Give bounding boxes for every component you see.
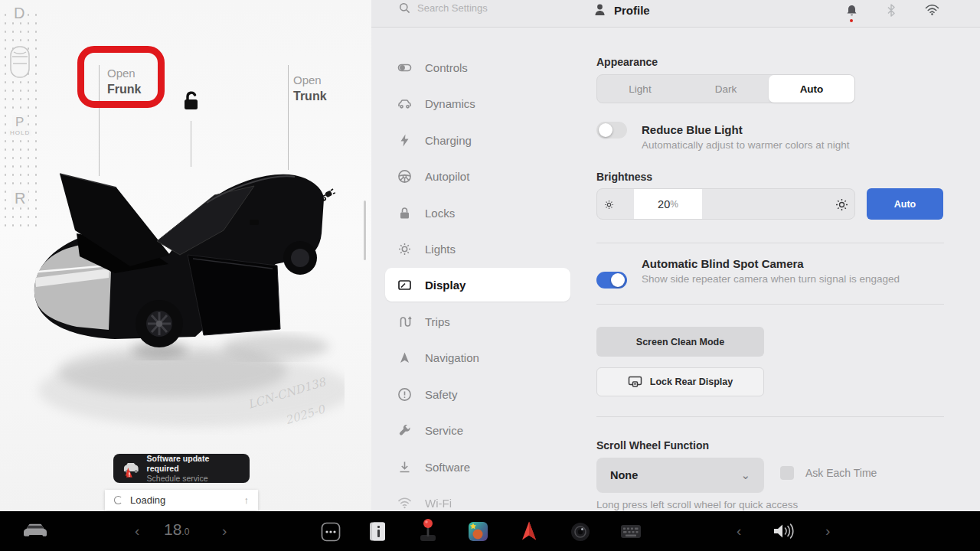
toast-subtitle: Schedule service [147, 474, 242, 484]
vehicle-topview-icon [9, 44, 31, 80]
page-title[interactable]: Profile [614, 4, 650, 17]
sidebar-item-charging[interactable]: Charging [385, 123, 570, 157]
car-icon [397, 96, 412, 111]
sidebar-item-label: Dynamics [425, 97, 475, 110]
trunk-callout-line [288, 65, 289, 170]
ask-each-time-label: Ask Each Time [805, 467, 877, 479]
temperature-decimal: .0 [181, 527, 189, 537]
sidebar-item-label: Service [425, 424, 463, 437]
bluetooth-icon[interactable] [887, 4, 896, 17]
sidebar-item-label: Trips [425, 315, 450, 328]
lock-icon [397, 206, 412, 220]
sidebar-item-navigation[interactable]: Navigation [385, 341, 570, 374]
temp-increase-chevron[interactable]: › [222, 523, 227, 540]
open-frunk-label-frunk: Frunk [107, 81, 141, 97]
gear-park-hold-label: HOLD [8, 129, 31, 136]
volume-icon[interactable] [772, 522, 795, 540]
ask-each-time-checkbox[interactable] [780, 466, 794, 480]
sidebar-item-label: Lights [425, 243, 456, 256]
media-next-chevron[interactable]: › [825, 523, 830, 540]
brightness-slider[interactable]: 20% [596, 188, 855, 220]
lock-rear-display-button[interactable]: Lock Rear Display [596, 367, 764, 396]
sidebar-item-service[interactable]: Service [385, 413, 570, 447]
sidebar-item-dynamics[interactable]: Dynamics [385, 86, 570, 120]
vehicle-app-icon[interactable] [21, 521, 49, 541]
notifications-bell-icon[interactable] [846, 5, 858, 17]
gear-indicator-park[interactable]: P [12, 115, 27, 130]
route-icon [397, 315, 412, 329]
blind-spot-camera-toggle[interactable] [596, 272, 627, 289]
open-trunk-label-trunk: Trunk [293, 88, 327, 104]
loading-spinner-icon [114, 496, 122, 504]
appearance-segmented-control: Light Dark Auto [596, 74, 855, 103]
reduce-blue-light-description: Automatically adjust to warmer colors at… [642, 139, 850, 151]
reduce-blue-light-toggle[interactable] [596, 122, 627, 139]
lock-rear-display-label: Lock Rear Display [650, 377, 733, 387]
screen-clean-mode-button[interactable]: Screen Clean Mode [596, 327, 764, 357]
brightness-label: Brightness [596, 171, 652, 183]
temperature-display[interactable]: 18.0 [164, 520, 189, 539]
section-divider [596, 416, 944, 417]
keyboard-app-icon[interactable] [620, 524, 642, 539]
bolt-icon [397, 133, 412, 148]
sidebar-item-label: Autopilot [425, 170, 469, 183]
wifi-icon[interactable] [925, 5, 939, 15]
appearance-option-dark[interactable]: Dark [683, 75, 769, 103]
brightness-low-icon [604, 200, 614, 210]
tesla-ui: D P HOLD R Open Frunk Open Trunk [0, 0, 980, 551]
temp-decrease-chevron[interactable]: ‹ [135, 523, 139, 540]
settings-header: Search Settings Profile [371, 0, 980, 28]
sidebar-item-label: Charging [425, 134, 472, 147]
open-trunk-button[interactable]: Open Trunk [293, 73, 327, 104]
brightness-auto-button[interactable]: Auto [867, 188, 943, 220]
loading-label: Loading [130, 494, 237, 506]
camera-app-icon[interactable] [570, 522, 590, 542]
brightness-unit: % [670, 199, 678, 210]
sidebar-item-locks[interactable]: Locks [385, 196, 570, 230]
open-frunk-button[interactable]: Open Frunk [107, 66, 141, 97]
reduce-blue-light-title: Reduce Blue Light [642, 123, 743, 136]
sidebar-item-safety[interactable]: Safety [385, 377, 570, 411]
panel-scrollbar[interactable] [364, 201, 366, 260]
appearance-option-light[interactable]: Light [597, 75, 683, 103]
appearance-label: Appearance [596, 56, 658, 68]
scroll-wheel-function-label: Scroll Wheel Function [596, 439, 709, 452]
appearance-option-auto[interactable]: Auto [769, 75, 854, 103]
sidebar-item-trips[interactable]: Trips [385, 305, 570, 338]
sidebar-item-label: Controls [425, 61, 468, 74]
chevron-down-icon: ⌄ [740, 468, 750, 482]
display-icon [397, 278, 412, 292]
download-icon [397, 460, 412, 474]
sidebar-item-controls[interactable]: Controls [385, 51, 570, 84]
nav-arrow-icon [397, 350, 412, 365]
gear-indicator-drive[interactable]: D [11, 5, 28, 22]
sidebar-item-lights[interactable]: Lights [385, 232, 570, 266]
app-launcher-icon[interactable] [321, 522, 341, 542]
collapse-arrow-icon[interactable]: ↑ [244, 494, 250, 506]
brightness-value-pill: 20% [634, 189, 702, 219]
owners-manual-icon[interactable] [368, 521, 387, 542]
taskbar: ‹ 18.0 › [0, 511, 980, 551]
brightness-high-icon [835, 198, 848, 211]
navigation-app-icon[interactable] [520, 520, 538, 542]
alert-circle-icon [397, 387, 412, 402]
unlock-icon[interactable] [177, 90, 203, 116]
sidebar-item-label: Safety [425, 388, 458, 401]
search-icon [399, 2, 410, 14]
car-alert-icon [121, 458, 141, 478]
game-app-icon[interactable] [468, 521, 488, 542]
sun-icon [397, 242, 412, 256]
search-input[interactable]: Search Settings [417, 2, 488, 14]
media-previous-chevron[interactable]: ‹ [737, 523, 741, 540]
sidebar-item-label: Wi-Fi [425, 497, 452, 510]
arcade-joystick-icon[interactable] [417, 518, 439, 543]
software-update-toast[interactable]: Software update required Schedule servic… [113, 454, 250, 483]
profile-icon [593, 3, 606, 16]
sidebar-item-software[interactable]: Software [385, 450, 570, 484]
temperature-value: 18 [164, 520, 181, 538]
sidebar-item-autopilot[interactable]: Autopilot [385, 159, 570, 193]
scroll-wheel-dropdown[interactable]: None ⌄ [596, 458, 764, 493]
sidebar-item-label: Display [425, 279, 466, 292]
sidebar-item-display[interactable]: Display [385, 268, 570, 302]
blind-spot-camera-description: Show side repeater camera when turn sign… [642, 273, 900, 285]
